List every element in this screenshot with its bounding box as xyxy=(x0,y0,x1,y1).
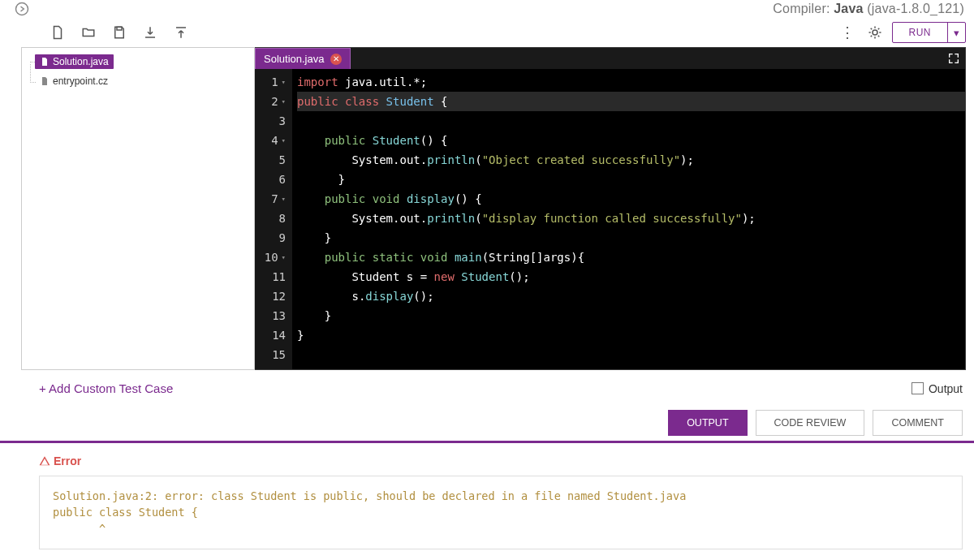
error-heading: Error xyxy=(39,454,963,467)
tab-code-review[interactable]: CODE REVIEW xyxy=(756,410,865,436)
code-line: } xyxy=(297,170,965,189)
run-button-group: RUN ▾ xyxy=(892,22,967,43)
code-line: Student s = new Student(); xyxy=(297,267,965,286)
close-tab-icon[interactable]: ✕ xyxy=(330,54,342,65)
file-tree-item[interactable]: entrypoint.cz xyxy=(27,72,249,90)
line-number: 7▾ xyxy=(255,189,286,209)
editor-pane: Solution.java ✕ 1▾2▾34▾567▾8910▾11121314… xyxy=(255,47,966,370)
file-icon xyxy=(40,57,50,67)
svg-rect-1 xyxy=(117,27,122,30)
line-number: 12 xyxy=(255,286,286,306)
code-line: } xyxy=(297,325,965,345)
tab-output[interactable]: OUTPUT xyxy=(668,410,747,436)
line-number: 10▾ xyxy=(255,248,286,267)
result-tabs: OUTPUT CODE REVIEW COMMENT xyxy=(39,410,963,436)
code-line: public static void main(String[]args){ xyxy=(297,248,965,267)
code-line: import java.util.*; xyxy=(297,72,965,92)
code-line: System.out.println("display function cal… xyxy=(297,209,965,228)
line-number: 4▾ xyxy=(255,131,286,150)
code-editor[interactable]: 1▾2▾34▾567▾8910▾1112131415 import java.u… xyxy=(255,69,965,369)
line-number: 15 xyxy=(255,345,286,364)
new-file-icon[interactable] xyxy=(50,25,65,40)
svg-point-2 xyxy=(873,30,877,35)
settings-icon[interactable] xyxy=(868,25,882,40)
code-line: } xyxy=(297,228,965,248)
line-number: 14 xyxy=(255,325,286,345)
file-icon xyxy=(40,76,50,86)
code-line xyxy=(297,345,965,364)
file-name: Solution.java xyxy=(53,56,109,67)
editor-tab[interactable]: Solution.java ✕ xyxy=(255,48,351,69)
download-icon[interactable] xyxy=(143,25,157,40)
output-checkbox[interactable] xyxy=(912,382,924,394)
editor-tab-title: Solution.java xyxy=(264,53,324,65)
file-tree-item[interactable]: Solution.java xyxy=(27,53,249,71)
code-line: System.out.println("Object created succe… xyxy=(297,150,965,170)
line-number: 2▾ xyxy=(255,92,286,111)
open-folder-icon[interactable] xyxy=(81,25,96,40)
fullscreen-icon[interactable] xyxy=(942,48,965,69)
code-line: public Student() { xyxy=(297,131,965,150)
line-number: 6 xyxy=(255,170,286,189)
code-line: } xyxy=(297,306,965,325)
line-number: 8 xyxy=(255,209,286,228)
line-number: 3 xyxy=(255,111,286,131)
toolbar: ⋮ RUN ▾ xyxy=(0,18,974,47)
code-line: public void display() { xyxy=(297,189,965,209)
line-number: 5 xyxy=(255,150,286,170)
upload-icon[interactable] xyxy=(174,25,188,40)
file-tree: Solution.java entrypoint.cz xyxy=(21,47,255,370)
more-menu-icon[interactable]: ⋮ xyxy=(837,24,858,41)
run-button[interactable]: RUN xyxy=(893,23,948,42)
line-number: 1▾ xyxy=(255,72,286,92)
line-number: 11 xyxy=(255,267,286,286)
error-body: Solution.java:2: error: class Student is… xyxy=(39,476,963,549)
code-line: public class Student { xyxy=(297,92,965,111)
line-number: 13 xyxy=(255,306,286,325)
file-name: entrypoint.cz xyxy=(53,75,108,87)
tab-comment[interactable]: COMMENT xyxy=(873,410,963,436)
compiler-label: Compiler: Java (java-1.8.0_121) xyxy=(773,2,969,16)
code-line: s.display(); xyxy=(297,286,965,306)
code-line xyxy=(297,111,965,131)
svg-point-0 xyxy=(16,3,28,15)
run-dropdown-caret[interactable]: ▾ xyxy=(947,23,965,42)
save-icon[interactable] xyxy=(112,25,127,40)
output-checkbox-label: Output xyxy=(929,382,963,395)
warning-icon xyxy=(39,455,50,467)
add-test-case-link[interactable]: + Add Custom Test Case xyxy=(39,381,173,395)
line-number: 9 xyxy=(255,228,286,248)
nav-forward-icon[interactable] xyxy=(15,2,29,16)
